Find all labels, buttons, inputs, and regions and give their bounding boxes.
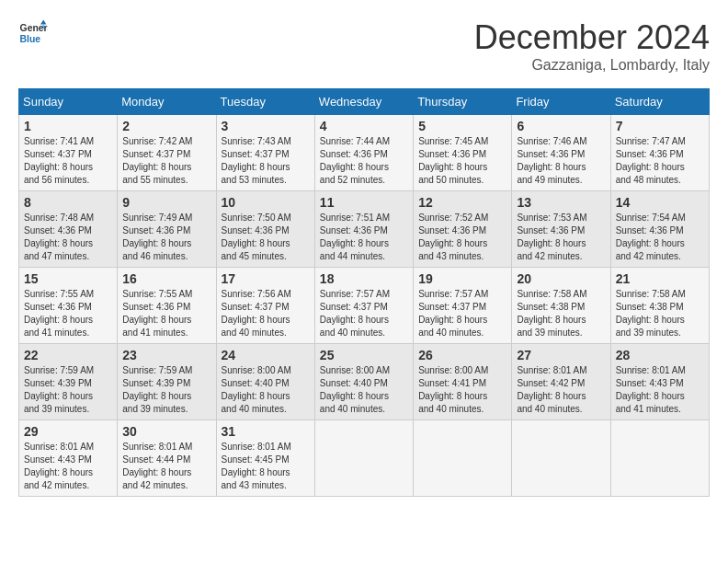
- day-cell-4: 4Sunrise: 7:44 AMSunset: 4:36 PMDaylight…: [314, 115, 413, 191]
- day-cell-25: 25Sunrise: 8:00 AMSunset: 4:40 PMDayligh…: [314, 344, 413, 420]
- col-sunday: Sunday: [19, 89, 118, 115]
- day-cell-26: 26Sunrise: 8:00 AMSunset: 4:41 PMDayligh…: [414, 344, 512, 420]
- day-cell-12: 12Sunrise: 7:52 AMSunset: 4:36 PMDayligh…: [414, 191, 512, 268]
- day-cell-5: 5Sunrise: 7:45 AMSunset: 4:36 PMDaylight…: [414, 115, 512, 191]
- day-cell-empty-4-4: [414, 420, 512, 497]
- day-cell-19: 19Sunrise: 7:57 AMSunset: 4:37 PMDayligh…: [414, 268, 512, 344]
- day-cell-21: 21Sunrise: 7:58 AMSunset: 4:38 PMDayligh…: [610, 268, 709, 344]
- day-cell-30: 30Sunrise: 8:01 AMSunset: 4:44 PMDayligh…: [118, 420, 216, 497]
- day-cell-6: 6Sunrise: 7:46 AMSunset: 4:36 PMDaylight…: [512, 115, 610, 191]
- week-row-3: 15Sunrise: 7:55 AMSunset: 4:36 PMDayligh…: [19, 268, 710, 344]
- col-saturday: Saturday: [610, 89, 709, 115]
- day-cell-13: 13Sunrise: 7:53 AMSunset: 4:36 PMDayligh…: [512, 191, 610, 268]
- month-title: December 2024: [474, 18, 710, 57]
- day-cell-24: 24Sunrise: 8:00 AMSunset: 4:40 PMDayligh…: [216, 344, 314, 420]
- day-cell-31: 31Sunrise: 8:01 AMSunset: 4:45 PMDayligh…: [216, 420, 314, 497]
- week-row-4: 22Sunrise: 7:59 AMSunset: 4:39 PMDayligh…: [19, 344, 710, 420]
- col-friday: Friday: [512, 89, 610, 115]
- day-cell-empty-4-3: [314, 420, 413, 497]
- day-cell-23: 23Sunrise: 7:59 AMSunset: 4:39 PMDayligh…: [118, 344, 216, 420]
- day-cell-empty-4-5: [512, 420, 610, 497]
- day-cell-2: 2Sunrise: 7:42 AMSunset: 4:37 PMDaylight…: [118, 115, 216, 191]
- location-title: Gazzaniga, Lombardy, Italy: [474, 57, 710, 74]
- day-cell-20: 20Sunrise: 7:58 AMSunset: 4:38 PMDayligh…: [512, 268, 610, 344]
- week-row-5: 29Sunrise: 8:01 AMSunset: 4:43 PMDayligh…: [19, 420, 710, 497]
- week-row-2: 8Sunrise: 7:48 AMSunset: 4:36 PMDaylight…: [19, 191, 710, 268]
- col-thursday: Thursday: [414, 89, 512, 115]
- header-row: Sunday Monday Tuesday Wednesday Thursday…: [19, 89, 710, 115]
- day-cell-28: 28Sunrise: 8:01 AMSunset: 4:43 PMDayligh…: [610, 344, 709, 420]
- day-cell-empty-4-6: [610, 420, 709, 497]
- page-header: General Blue December 2024 Gazzaniga, Lo…: [18, 18, 710, 74]
- col-monday: Monday: [118, 89, 216, 115]
- day-cell-8: 8Sunrise: 7:48 AMSunset: 4:36 PMDaylight…: [19, 191, 118, 268]
- day-cell-17: 17Sunrise: 7:56 AMSunset: 4:37 PMDayligh…: [216, 268, 314, 344]
- day-cell-10: 10Sunrise: 7:50 AMSunset: 4:36 PMDayligh…: [216, 191, 314, 268]
- logo: General Blue: [18, 18, 48, 48]
- col-tuesday: Tuesday: [216, 89, 314, 115]
- day-cell-18: 18Sunrise: 7:57 AMSunset: 4:37 PMDayligh…: [314, 268, 413, 344]
- day-cell-9: 9Sunrise: 7:49 AMSunset: 4:36 PMDaylight…: [118, 191, 216, 268]
- day-cell-15: 15Sunrise: 7:55 AMSunset: 4:36 PMDayligh…: [19, 268, 118, 344]
- day-cell-3: 3Sunrise: 7:43 AMSunset: 4:37 PMDaylight…: [216, 115, 314, 191]
- col-wednesday: Wednesday: [314, 89, 413, 115]
- day-cell-16: 16Sunrise: 7:55 AMSunset: 4:36 PMDayligh…: [118, 268, 216, 344]
- day-cell-22: 22Sunrise: 7:59 AMSunset: 4:39 PMDayligh…: [19, 344, 118, 420]
- day-cell-1: 1Sunrise: 7:41 AMSunset: 4:37 PMDaylight…: [19, 115, 118, 191]
- title-section: December 2024 Gazzaniga, Lombardy, Italy: [474, 18, 710, 74]
- week-row-1: 1Sunrise: 7:41 AMSunset: 4:37 PMDaylight…: [19, 115, 710, 191]
- logo-icon: General Blue: [18, 18, 48, 48]
- day-cell-29: 29Sunrise: 8:01 AMSunset: 4:43 PMDayligh…: [19, 420, 118, 497]
- day-cell-11: 11Sunrise: 7:51 AMSunset: 4:36 PMDayligh…: [314, 191, 413, 268]
- svg-text:Blue: Blue: [20, 34, 41, 44]
- day-cell-27: 27Sunrise: 8:01 AMSunset: 4:42 PMDayligh…: [512, 344, 610, 420]
- day-cell-14: 14Sunrise: 7:54 AMSunset: 4:36 PMDayligh…: [610, 191, 709, 268]
- calendar-table: Sunday Monday Tuesday Wednesday Thursday…: [18, 88, 710, 497]
- day-cell-7: 7Sunrise: 7:47 AMSunset: 4:36 PMDaylight…: [610, 115, 709, 191]
- svg-marker-2: [40, 20, 46, 25]
